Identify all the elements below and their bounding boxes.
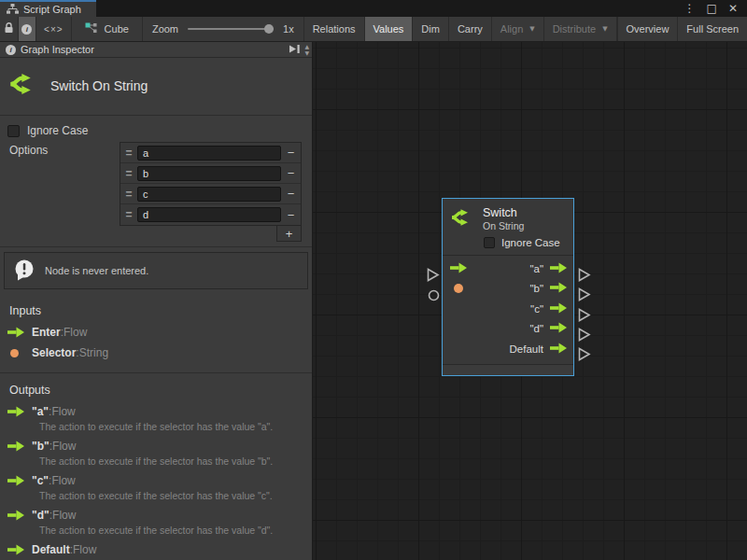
flow-arrow-icon bbox=[7, 544, 32, 555]
ignore-case-label: Ignore Case bbox=[27, 124, 88, 137]
overview-button[interactable]: Overview bbox=[617, 17, 679, 41]
dim-button[interactable]: Dim bbox=[413, 17, 449, 41]
scroll-spinner[interactable]: ▲▼ bbox=[304, 44, 310, 56]
node-title: Switch bbox=[483, 206, 524, 219]
relations-label: Relations bbox=[313, 23, 356, 35]
option-input[interactable] bbox=[137, 187, 281, 202]
output-name: "a" bbox=[32, 405, 49, 418]
ignore-case-checkbox[interactable] bbox=[7, 125, 20, 137]
distribute-dropdown[interactable]: Distribute▼ bbox=[544, 17, 617, 41]
port-row-c: "c" bbox=[443, 299, 573, 319]
port-label: "d" bbox=[529, 323, 543, 334]
external-value-port-icon[interactable] bbox=[428, 288, 440, 305]
drag-handle-icon[interactable]: = bbox=[123, 167, 134, 180]
maximize-icon[interactable]: □ bbox=[707, 3, 717, 14]
input-name: Selector bbox=[32, 346, 76, 359]
outputs-header: Outputs bbox=[0, 373, 312, 401]
scroll-up-icon[interactable]: ▲ bbox=[304, 44, 309, 49]
graph-inspector-panel: i Graph Inspector ▲▼ Switch On String Ig… bbox=[0, 42, 313, 560]
output-row-c: "c" : Flow bbox=[0, 470, 312, 491]
code-view-button[interactable]: <×> bbox=[36, 17, 71, 41]
node-ignore-case-checkbox[interactable] bbox=[484, 237, 495, 248]
fullscreen-label: Full Screen bbox=[686, 23, 739, 35]
options-list: = − = − = − = − bbox=[120, 142, 302, 226]
output-type: Flow bbox=[51, 405, 75, 418]
drag-handle-icon[interactable]: = bbox=[123, 208, 134, 221]
tab-script-graph[interactable]: Script Graph bbox=[0, 0, 96, 17]
chevron-down-icon: ▼ bbox=[602, 25, 607, 33]
external-flow-port-icon[interactable] bbox=[578, 328, 591, 345]
flow-arrow-icon bbox=[7, 327, 32, 338]
zoom-slider-handle[interactable] bbox=[264, 24, 274, 34]
flow-arrow-icon[interactable] bbox=[550, 282, 568, 295]
external-flow-port-icon[interactable] bbox=[427, 268, 440, 286]
options-label: Options bbox=[9, 144, 48, 157]
graph-owner-label: Cube bbox=[105, 23, 129, 35]
chevron-down-icon: ▼ bbox=[529, 25, 534, 33]
window-menu-icon[interactable]: ⋮ bbox=[684, 3, 696, 14]
flow-arrow-icon[interactable] bbox=[550, 322, 568, 335]
flow-arrow-icon[interactable] bbox=[550, 262, 568, 275]
port-row-b: "b" bbox=[443, 279, 573, 300]
external-flow-port-icon[interactable] bbox=[578, 347, 591, 365]
external-flow-port-icon[interactable] bbox=[578, 308, 591, 326]
zoom-slider[interactable] bbox=[188, 28, 274, 30]
node-footer bbox=[443, 364, 573, 375]
flow-arrow-icon[interactable] bbox=[550, 343, 568, 356]
port-row-d: "d" bbox=[443, 319, 573, 340]
output-name: "c" bbox=[32, 474, 49, 487]
output-name: "b" bbox=[32, 440, 49, 453]
carry-button[interactable]: Carry bbox=[449, 17, 492, 41]
external-flow-port-icon[interactable] bbox=[578, 268, 591, 286]
inspector-toggle-button[interactable]: i bbox=[19, 17, 37, 41]
remove-option-button[interactable]: − bbox=[284, 166, 298, 180]
port-label: "a" bbox=[529, 263, 543, 274]
graph-owner-button[interactable]: Cube bbox=[72, 17, 143, 41]
lock-button[interactable] bbox=[0, 17, 19, 41]
align-dropdown[interactable]: Align▼ bbox=[492, 17, 544, 41]
values-button[interactable]: Values bbox=[365, 17, 414, 41]
option-row: = − bbox=[120, 184, 301, 204]
scroll-down-icon[interactable]: ▼ bbox=[304, 50, 309, 56]
fullscreen-button[interactable]: Full Screen bbox=[678, 17, 747, 41]
output-row-d: "d" : Flow bbox=[0, 505, 312, 525]
output-row-default: Default : Flow bbox=[0, 539, 312, 560]
window-controls: ⋮ □ ✕ bbox=[684, 0, 747, 17]
selector-port-icon[interactable] bbox=[454, 280, 463, 297]
option-input[interactable] bbox=[137, 207, 281, 222]
node-body: "a" "b" "c" "d" Default bbox=[443, 255, 573, 364]
output-description: The action to execute if the selector ha… bbox=[39, 421, 303, 432]
remove-option-button[interactable]: − bbox=[284, 208, 298, 222]
output-row-b: "b" : Flow bbox=[0, 436, 312, 456]
relations-button[interactable]: Relations bbox=[304, 17, 365, 41]
node-header[interactable]: Switch On String bbox=[443, 199, 573, 234]
warning-icon bbox=[12, 258, 36, 284]
input-name: Enter bbox=[32, 326, 61, 339]
remove-option-button[interactable]: − bbox=[284, 187, 298, 201]
option-input[interactable] bbox=[137, 166, 281, 181]
option-row: = − bbox=[120, 143, 301, 163]
drag-handle-icon[interactable]: = bbox=[123, 147, 134, 160]
switch-on-string-icon bbox=[8, 70, 36, 101]
graph-canvas[interactable]: Switch On String Ignore Case "a" "b" "c"… bbox=[313, 42, 747, 560]
info-icon: i bbox=[21, 24, 32, 35]
close-icon[interactable]: ✕ bbox=[728, 3, 738, 14]
inputs-header: Inputs bbox=[0, 294, 312, 322]
output-description: The action to execute if the selector ha… bbox=[39, 490, 303, 501]
flow-arrow-icon bbox=[7, 406, 32, 417]
external-flow-port-icon[interactable] bbox=[578, 287, 591, 305]
switch-on-string-node[interactable]: Switch On String Ignore Case "a" "b" "c"… bbox=[442, 198, 574, 376]
align-label: Align bbox=[500, 23, 523, 35]
port-label: Default bbox=[510, 343, 543, 355]
flow-arrow-icon[interactable] bbox=[550, 302, 568, 315]
unit-title: Switch On String bbox=[50, 78, 148, 93]
switch-on-string-icon bbox=[450, 206, 472, 232]
add-option-button[interactable]: + bbox=[276, 225, 302, 242]
remove-option-button[interactable]: − bbox=[284, 146, 298, 160]
enter-port-icon[interactable] bbox=[450, 260, 468, 277]
option-input[interactable] bbox=[137, 146, 281, 161]
dock-panel-icon[interactable] bbox=[289, 44, 301, 56]
node-ignore-case-label: Ignore Case bbox=[501, 237, 560, 248]
drag-handle-icon[interactable]: = bbox=[123, 188, 134, 201]
options-block: Options = − = − = − = − + bbox=[0, 142, 312, 246]
